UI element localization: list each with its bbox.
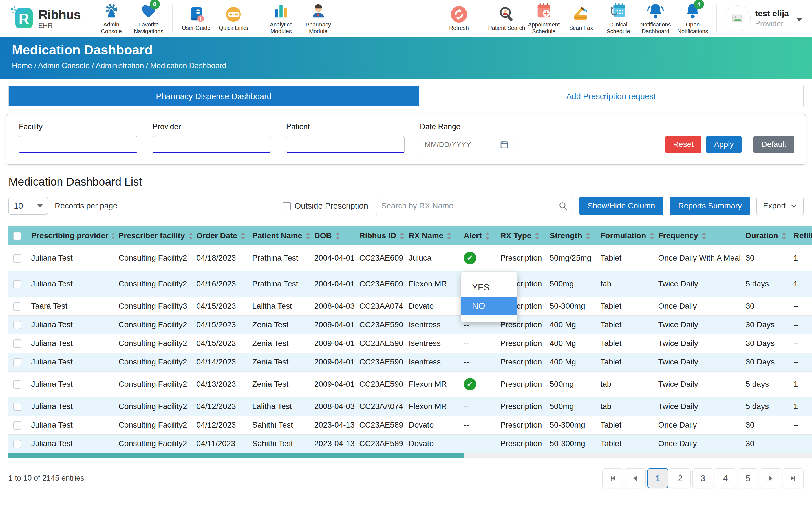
alert-option-no[interactable]: NO bbox=[461, 297, 517, 316]
date-range-input[interactable] bbox=[420, 136, 513, 153]
nav-clinical-schedule[interactable]: Clinical Schedule bbox=[600, 2, 637, 35]
row-checkbox[interactable] bbox=[13, 402, 21, 411]
page-button-2[interactable]: 2 bbox=[670, 468, 691, 488]
col-header-refills[interactable]: Refills bbox=[789, 226, 812, 245]
col-header-strength[interactable]: Strength bbox=[545, 226, 596, 245]
outside-prescription-checkbox[interactable] bbox=[283, 202, 291, 210]
sort-icon[interactable] bbox=[649, 232, 654, 240]
cell-strength: 400 Mg bbox=[545, 334, 596, 353]
calendar-icon[interactable] bbox=[500, 140, 509, 150]
nav-scan-fax[interactable]: Scan Fax bbox=[562, 5, 600, 32]
row-checkbox[interactable] bbox=[13, 254, 21, 263]
last-page-button[interactable] bbox=[783, 468, 804, 488]
records-per-page-select[interactable]: 10 bbox=[8, 197, 48, 215]
cell-formulation: Tablet bbox=[596, 353, 654, 371]
export-button[interactable]: Export bbox=[756, 196, 804, 215]
facility-label: Facility bbox=[19, 122, 137, 131]
select-all-checkbox[interactable] bbox=[13, 232, 21, 240]
col-header-formulation[interactable]: Formulation bbox=[596, 226, 654, 245]
sort-icon[interactable] bbox=[447, 232, 452, 240]
nav-analytics-modules[interactable]: Analytics Modules bbox=[262, 2, 300, 35]
user-menu[interactable]: test elija Provider bbox=[725, 5, 802, 31]
row-checkbox[interactable] bbox=[13, 358, 21, 367]
col-header-prescribing-provider[interactable]: Prescribing provider bbox=[27, 226, 114, 245]
page-button-1[interactable]: 1 bbox=[647, 468, 668, 488]
col-header-select-all[interactable] bbox=[8, 226, 27, 245]
breadcrumb[interactable]: Home / Admin Console / Administration / … bbox=[12, 61, 800, 70]
brand-logo[interactable]: R Ribhus EHR bbox=[10, 5, 81, 31]
nav-refresh[interactable]: Refresh bbox=[441, 5, 477, 32]
sort-icon[interactable] bbox=[781, 232, 786, 240]
rx-search-input[interactable] bbox=[375, 196, 573, 215]
sort-icon[interactable] bbox=[586, 232, 591, 240]
column-label: Ribhus ID bbox=[359, 231, 396, 240]
row-checkbox[interactable] bbox=[13, 421, 21, 430]
nav-pharmacy-module[interactable]: Pharmacy Module bbox=[300, 2, 337, 35]
nav-notifications-dashboard[interactable]: Notifications Dashboard bbox=[637, 2, 674, 35]
row-checkbox[interactable] bbox=[13, 440, 21, 448]
alert-check-icon[interactable]: ✓ bbox=[464, 252, 476, 264]
horizontal-scrollbar[interactable] bbox=[8, 453, 812, 458]
col-header-frequency[interactable]: Frequency bbox=[654, 226, 741, 245]
nav-quick-links[interactable]: Quick Links bbox=[215, 5, 252, 32]
row-checkbox[interactable] bbox=[13, 380, 21, 389]
nav-user-guide[interactable]: i User Guide bbox=[177, 5, 215, 32]
nav-open-notifications[interactable]: 4 Open Notifications bbox=[674, 2, 711, 35]
row-checkbox[interactable] bbox=[13, 339, 21, 348]
page-button-4[interactable]: 4 bbox=[715, 468, 736, 488]
reset-button[interactable]: Reset bbox=[665, 136, 702, 153]
cell-ribhus-id: CC23AE609 bbox=[355, 245, 404, 271]
cell-frequency: Twice Daily bbox=[654, 353, 741, 371]
cell-order-date: 04/15/2023 bbox=[192, 334, 248, 353]
nav-favorite-navigations[interactable]: 0 Favorite Navigations bbox=[130, 2, 167, 35]
sort-icon[interactable] bbox=[188, 232, 192, 240]
sort-icon[interactable] bbox=[112, 232, 114, 240]
cell-rx-type: Prescription bbox=[496, 245, 545, 271]
reports-summary-button[interactable]: Reports Summary bbox=[670, 196, 750, 215]
cell-patient-name: Lalitha Test bbox=[248, 297, 310, 316]
row-checkbox[interactable] bbox=[13, 321, 21, 329]
provider-input[interactable] bbox=[153, 136, 271, 153]
col-header-rx-name[interactable]: RX Name bbox=[404, 226, 459, 245]
facility-input[interactable] bbox=[19, 136, 137, 153]
sort-icon[interactable] bbox=[400, 232, 404, 240]
alert-option-yes[interactable]: YES bbox=[461, 278, 517, 297]
page-button-3[interactable]: 3 bbox=[693, 468, 713, 488]
sort-icon[interactable] bbox=[335, 232, 340, 240]
sort-icon[interactable] bbox=[241, 232, 246, 240]
sort-icon[interactable] bbox=[485, 232, 490, 240]
apply-button[interactable]: Apply bbox=[706, 136, 742, 153]
sort-icon[interactable] bbox=[535, 232, 540, 240]
col-header-order-date[interactable]: Order Date bbox=[192, 226, 248, 245]
cell-refills: -- bbox=[789, 297, 812, 316]
col-header-alert[interactable]: Alert bbox=[459, 226, 496, 245]
col-header-ribhus-id[interactable]: Ribhus ID bbox=[355, 226, 404, 245]
cell-rx-name: Dovato bbox=[404, 434, 459, 453]
prev-page-button[interactable] bbox=[625, 468, 646, 488]
cell-frequency: Twice Daily bbox=[654, 397, 741, 416]
nav-appointment-schedule[interactable]: Appointment Schedule bbox=[525, 2, 562, 35]
tab-add-prescription-request[interactable]: Add Prescription request bbox=[419, 87, 803, 106]
scrollbar-thumb[interactable] bbox=[8, 453, 464, 458]
sort-icon[interactable] bbox=[306, 232, 310, 240]
col-header-prescriber-facility[interactable]: Prescriber facility bbox=[114, 226, 192, 245]
col-header-patient-name[interactable]: Patient Name bbox=[248, 226, 310, 245]
row-checkbox[interactable] bbox=[13, 302, 21, 311]
cell-prescriber-facility: Consulting Facility2 bbox=[114, 245, 192, 271]
first-page-button[interactable] bbox=[602, 468, 623, 488]
row-checkbox[interactable] bbox=[13, 280, 21, 288]
sort-icon[interactable] bbox=[702, 232, 707, 240]
next-page-button[interactable] bbox=[760, 468, 781, 488]
col-header-rx-type[interactable]: RX Type bbox=[496, 226, 545, 245]
brand-subname: EHR bbox=[38, 22, 81, 30]
default-button[interactable]: Default bbox=[753, 136, 794, 153]
page-button-5[interactable]: 5 bbox=[738, 468, 758, 488]
col-header-duration[interactable]: Duration bbox=[741, 226, 789, 245]
tab-pharmacy-dispense-dashboard[interactable]: Pharmacy Dispense Dashboard bbox=[9, 87, 419, 106]
col-header-dob[interactable]: DOB bbox=[310, 226, 355, 245]
show-hide-column-button[interactable]: Show/Hide Column bbox=[579, 196, 664, 215]
patient-input[interactable] bbox=[286, 136, 405, 153]
nav-patient-search[interactable]: Patient Search bbox=[488, 5, 525, 32]
alert-check-icon[interactable]: ✓ bbox=[464, 378, 476, 390]
nav-admin-console[interactable]: Admin Console bbox=[93, 2, 130, 35]
